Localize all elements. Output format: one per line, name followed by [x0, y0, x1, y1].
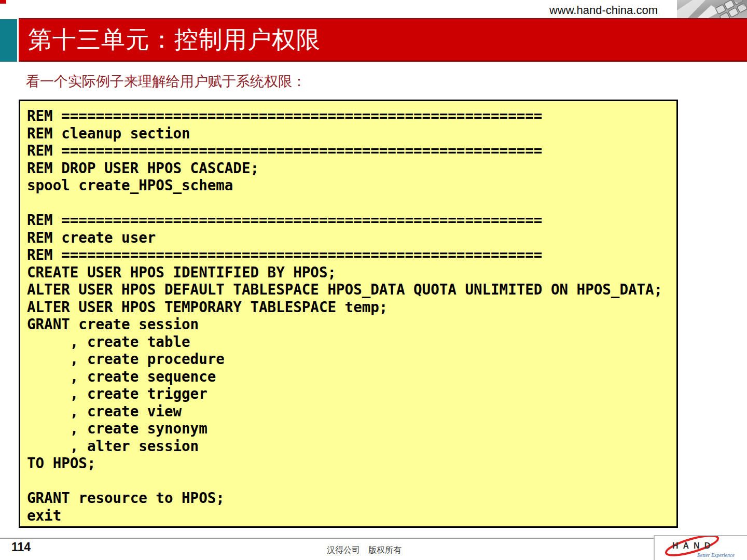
footer-divider: [0, 538, 655, 539]
hand-logo-box: HAND Better Experience: [654, 535, 747, 560]
page-title: 第十三单元：控制用户权限: [19, 24, 321, 56]
keyboard-photo-icon: [677, 0, 747, 19]
code-text: REM ====================================…: [27, 107, 676, 524]
logo-wordmark: HAND: [672, 541, 715, 550]
title-banner: 第十三单元：控制用户权限: [19, 18, 747, 62]
teal-accent-square: [0, 19, 17, 62]
slide: www.hand-china.com: [0, 0, 747, 560]
page-number: 114: [11, 540, 31, 554]
copyright-text: 汉得公司 版权所有: [327, 545, 402, 556]
website-url: www.hand-china.com: [549, 4, 658, 17]
subtitle-text: 看一个实际例子来理解给用户赋于系统权限：: [26, 72, 306, 91]
hand-logo-icon: HAND Better Experience: [655, 536, 747, 560]
sql-code-box: REM ====================================…: [19, 100, 678, 528]
corner-accent-square: [0, 0, 6, 4]
logo-tagline: Better Experience: [697, 552, 735, 558]
